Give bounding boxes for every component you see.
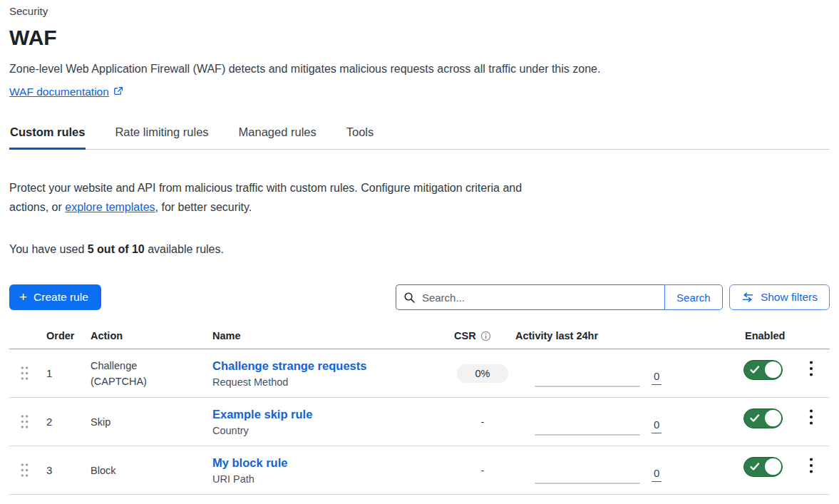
toggle-knob [765,458,781,475]
table-body: 1 Challenge (CAPTCHA) Challenge strange … [9,349,830,495]
activity-cell: 0 [508,398,735,446]
show-filters-button[interactable]: Show filters [729,284,830,310]
enabled-toggle[interactable] [743,360,783,380]
csr-badge: 0% [457,364,509,383]
rule-name-cell: My block rule URI Path [207,446,446,494]
usage-text: You have used 5 out of 10 available rule… [9,243,830,256]
search-button[interactable]: Search [664,284,723,310]
rule-name-cell: Challenge strange requests Request Metho… [207,349,446,397]
rule-action: Skip [82,398,207,446]
search-box [396,284,664,310]
search-input[interactable] [396,284,664,310]
rule-order: 1 [39,349,82,397]
page-title: WAF [9,24,830,51]
drag-handle[interactable] [9,398,39,446]
tab-bar: Custom rules Rate limiting rules Managed… [9,120,830,150]
kebab-cell [792,446,830,494]
table-row: 2 Skip Example skip rule Country - 0 [9,398,830,446]
rule-action: Block [82,446,207,494]
swap-arrows-icon [741,292,754,302]
header-csr: CSR [446,326,508,349]
intro-text: Protect your website and API from malici… [9,178,562,217]
rule-name-link[interactable]: My block rule [212,456,287,470]
enabled-toggle[interactable] [743,408,783,428]
enabled-cell [735,349,792,397]
search-icon [403,292,416,304]
rule-field: URI Path [212,473,254,485]
enabled-cell [735,446,792,494]
tab[interactable]: Tools [346,120,375,149]
toggle-knob [765,410,781,426]
documentation-row: WAF documentation [9,86,830,98]
table-row: 3 Block My block rule URI Path - 0 [9,446,830,495]
kebab-icon [809,360,813,377]
check-icon [750,414,760,423]
toolbar: + Create rule Search Show filters [9,284,830,310]
check-icon [750,463,760,471]
kebab-menu-button[interactable] [805,406,818,431]
activity-sparkline [535,386,640,387]
rule-name-cell: Example skip rule Country [207,398,446,446]
csr-cell: - [446,446,508,494]
enabled-toggle[interactable] [743,457,783,477]
waf-page: Security WAF Zone-level Web Application … [0,0,839,495]
activity-count-link[interactable]: 0 [652,418,662,433]
activity-sparkline [535,483,640,484]
usage-count: 5 out of 10 [88,243,145,255]
waf-documentation-link[interactable]: WAF documentation [9,86,109,98]
explore-templates-link[interactable]: explore templates [65,201,155,213]
drag-handle[interactable] [9,349,39,397]
tab[interactable]: Rate limiting rules [114,120,209,149]
tab[interactable]: Custom rules [9,120,86,149]
search-group: Search [396,284,723,310]
activity-sparkline [535,434,640,436]
rules-table: Order Action Name CSR Activity last 24hr… [9,326,830,495]
rule-order: 3 [39,446,82,494]
rule-name-link[interactable]: Example skip rule [212,407,312,421]
header-enabled: Enabled [735,326,792,349]
kebab-menu-button[interactable] [805,454,818,479]
header-activity: Activity last 24hr [508,326,735,349]
kebab-cell [792,349,830,397]
drag-handle[interactable] [9,446,39,494]
header-action: Action [82,326,207,349]
csr-badge: - [477,413,489,431]
kebab-icon [809,408,813,426]
table-header: Order Action Name CSR Activity last 24hr… [9,326,830,349]
rule-field: Request Method [212,376,288,389]
activity-count-link[interactable]: 0 [652,370,662,385]
csr-cell: 0% [446,349,508,397]
kebab-cell [792,398,830,446]
activity-count-link[interactable]: 0 [652,467,662,482]
activity-cell: 0 [508,446,735,494]
activity-cell: 0 [508,349,735,397]
create-rule-button[interactable]: + Create rule [9,284,101,310]
info-icon[interactable] [480,331,491,341]
plus-icon: + [19,290,27,304]
check-icon [750,366,760,374]
table-row: 1 Challenge (CAPTCHA) Challenge strange … [9,349,830,398]
breadcrumb-security: Security [9,4,830,19]
external-link-icon [113,86,123,96]
csr-badge: - [477,461,489,480]
kebab-menu-button[interactable] [805,357,818,382]
rule-name-link[interactable]: Challenge strange requests [212,359,366,373]
header-order: Order [39,326,82,349]
header-name: Name [207,326,446,349]
rule-field: Country [212,425,249,437]
drag-handle-icon [20,366,29,381]
header-spacer [792,326,830,349]
enabled-cell [735,398,792,446]
toggle-knob [765,361,781,378]
tab[interactable]: Managed rules [238,120,317,149]
rule-order: 2 [39,398,82,446]
rule-action: Challenge (CAPTCHA) [82,349,207,397]
drag-handle-icon [20,414,29,429]
header-spacer [9,326,39,349]
page-description: Zone-level Web Application Firewall (WAF… [9,61,830,77]
kebab-icon [809,457,813,474]
csr-cell: - [446,398,508,446]
drag-handle-icon [20,463,29,478]
